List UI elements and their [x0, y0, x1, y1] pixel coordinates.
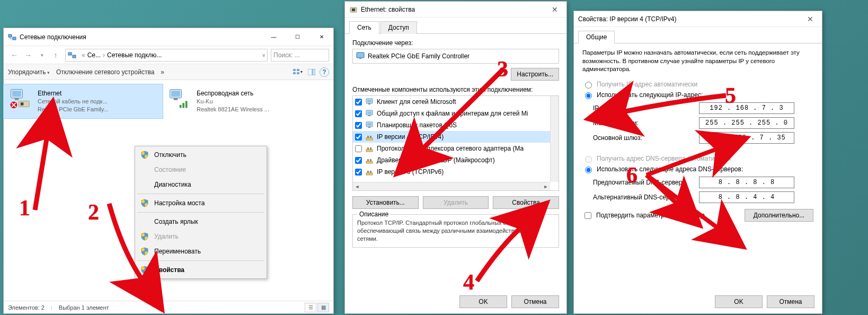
nav-up-button[interactable]: ↑: [49, 49, 62, 62]
svg-rect-43: [370, 159, 371, 161]
nav-forward-button[interactable]: →: [22, 49, 34, 62]
maximize-button[interactable]: ☐: [286, 29, 309, 45]
ok-button[interactable]: OK: [459, 295, 507, 308]
nav-history-button[interactable]: ▾: [36, 49, 48, 62]
tab-access[interactable]: Доступ: [380, 21, 417, 34]
svg-rect-7: [297, 72, 299, 74]
scroll-right-arrow[interactable]: ►: [542, 182, 550, 191]
component-checkbox[interactable]: [355, 169, 362, 176]
minimize-button[interactable]: —: [262, 29, 286, 45]
dns1-input[interactable]: 8 . 8 . 8 . 8: [699, 177, 794, 188]
connection-item-wireless[interactable]: Беспроводная сеть Ku-Ku Realtek 8821AE W…: [163, 84, 322, 118]
gateway-label: Основной шлюз:: [593, 134, 699, 142]
ok-button[interactable]: OK: [715, 295, 763, 308]
close-button[interactable]: ✕: [543, 3, 566, 16]
radio-auto-ip[interactable]: Получить IP-адрес автоматически: [582, 80, 813, 89]
radio-manual-ip-input[interactable]: [585, 92, 592, 99]
view-details-button[interactable]: ☰: [305, 303, 316, 312]
view-mode-button[interactable]: ▾: [292, 67, 304, 77]
close-button[interactable]: ✕: [309, 29, 333, 45]
context-menu-item[interactable]: Свойства: [136, 262, 265, 277]
radio-manual-dns[interactable]: Использовать следующие адреса DNS-сервер…: [582, 165, 813, 173]
context-menu: ОтключитьСостояниеДиагностикаНастройка м…: [135, 146, 267, 279]
context-menu-item[interactable]: Создать ярлык: [136, 214, 265, 229]
radio-manual-dns-input[interactable]: [585, 167, 592, 173]
disable-device-button[interactable]: Отключение сетевого устройства: [56, 68, 154, 76]
component-row[interactable]: Общий доступ к файлам и принтерам для се…: [353, 108, 550, 119]
radio-auto-dns[interactable]: Получить адрес DNS-сервера автоматически: [582, 154, 813, 163]
service-icon: [365, 109, 374, 118]
organize-menu[interactable]: Упорядочить: [8, 68, 50, 76]
network-icon: [8, 33, 16, 41]
cancel-button[interactable]: Отмена: [767, 295, 814, 308]
protocol-icon: [365, 133, 374, 141]
remove-button[interactable]: Удалить: [423, 196, 489, 209]
titlebar[interactable]: Свойства: IP версии 4 (TCP/IPv4) ✕: [574, 11, 822, 27]
component-checkbox[interactable]: [355, 157, 362, 164]
search-input[interactable]: Поиск: ...: [271, 49, 329, 62]
context-menu-item[interactable]: Диагностика: [136, 177, 265, 192]
close-button[interactable]: ✕: [798, 12, 822, 26]
component-row[interactable]: Драйвер протокола LLDP (Майкрософт): [353, 154, 550, 166]
component-checkbox[interactable]: [355, 99, 362, 106]
validate-checkbox[interactable]: [584, 212, 591, 219]
scroll-left-arrow[interactable]: ◄: [353, 182, 361, 191]
svg-rect-13: [19, 101, 29, 107]
crumb-part[interactable]: Се...: [87, 51, 101, 59]
item-count: Элементов: 2: [8, 304, 45, 311]
context-menu-item[interactable]: Отключить: [136, 147, 265, 162]
titlebar[interactable]: Ethernet: свойства ✕: [345, 2, 566, 18]
chevron-down-icon[interactable]: v: [263, 52, 265, 58]
component-row[interactable]: Клиент для сетей Microsoft: [353, 96, 550, 108]
dns2-input[interactable]: 8 . 8 . 4 . 4: [699, 191, 794, 203]
scrollbar-horizontal[interactable]: ◄ ►: [353, 182, 550, 190]
help-button[interactable]: ?: [320, 67, 329, 77]
ip-input[interactable]: 192 . 168 . 7 . 3: [699, 102, 794, 114]
breadcrumb[interactable]: « Се... › Сетевые подклю... v: [65, 49, 268, 62]
component-checkbox[interactable]: [355, 110, 362, 117]
tab-strip: Общие: [574, 27, 822, 43]
title-text: Свойства: IP версии 4 (TCP/IPv4): [578, 15, 798, 23]
advanced-button[interactable]: Дополнительно...: [745, 209, 813, 222]
description-text: Протокол TCP/IP. Стандартный протокол гл…: [357, 219, 554, 243]
gateway-input[interactable]: 192 . 168 . 7 . 35: [699, 132, 794, 144]
install-button[interactable]: Установить...: [352, 196, 419, 209]
scrollbar-vertical[interactable]: [550, 96, 559, 182]
tab-network[interactable]: Сеть: [349, 21, 379, 34]
component-row[interactable]: Планировщик пакетов QoS: [353, 119, 550, 131]
component-row[interactable]: Протокол мультиплексора сетевого адаптер…: [353, 143, 550, 154]
svg-rect-31: [368, 115, 370, 116]
component-checkbox[interactable]: [355, 122, 362, 129]
component-row[interactable]: IP версии 6 (TCP/IPv6): [353, 166, 550, 178]
radio-auto-ip-input[interactable]: [585, 82, 592, 89]
properties-button[interactable]: Свойства: [493, 196, 559, 209]
component-row[interactable]: IP версии 4 (TCP/IPv4): [353, 131, 550, 143]
dns1-label: Предпочитаемый DNS-сервер:: [593, 179, 699, 186]
nav-back-button[interactable]: ←: [8, 49, 21, 62]
svg-rect-28: [368, 103, 370, 104]
connection-status: Ku-Ku: [197, 98, 269, 106]
connection-item-ethernet[interactable]: Ethernet Сетевой кабель не подк... Realt…: [4, 84, 163, 118]
svg-rect-40: [370, 147, 371, 150]
configure-button[interactable]: Настроить...: [511, 68, 559, 81]
context-menu-separator: [137, 212, 264, 213]
context-menu-item[interactable]: Переименовать: [136, 244, 265, 259]
component-label: Протокол мультиплексора сетевого адаптер…: [377, 145, 524, 152]
view-large-icons-button[interactable]: ▦: [317, 303, 329, 312]
preview-pane-button[interactable]: [306, 67, 317, 77]
tab-general[interactable]: Общие: [578, 31, 615, 43]
component-checkbox[interactable]: [355, 145, 362, 152]
component-checkbox[interactable]: [355, 134, 362, 141]
mask-input[interactable]: 255 . 255 . 255 . 0: [699, 117, 794, 129]
cancel-button[interactable]: Отмена: [511, 295, 559, 308]
toolbar-overflow[interactable]: »: [161, 68, 164, 76]
connection-adapter: Realtek PCIe GbE Family...: [38, 106, 109, 113]
context-menu-item: Удалить: [136, 229, 265, 244]
radio-manual-ip[interactable]: Использовать следующий IP-адрес:: [582, 91, 813, 99]
components-label: Отмеченные компоненты используются этим …: [352, 86, 559, 93]
toolbar: Упорядочить Отключение сетевого устройст…: [4, 64, 333, 80]
crumb-part[interactable]: Сетевые подклю...: [107, 51, 162, 59]
context-menu-item[interactable]: Настройка моста: [136, 196, 265, 211]
svg-rect-5: [297, 69, 299, 71]
titlebar[interactable]: Сетевые подключения — ☐ ✕: [4, 28, 333, 46]
